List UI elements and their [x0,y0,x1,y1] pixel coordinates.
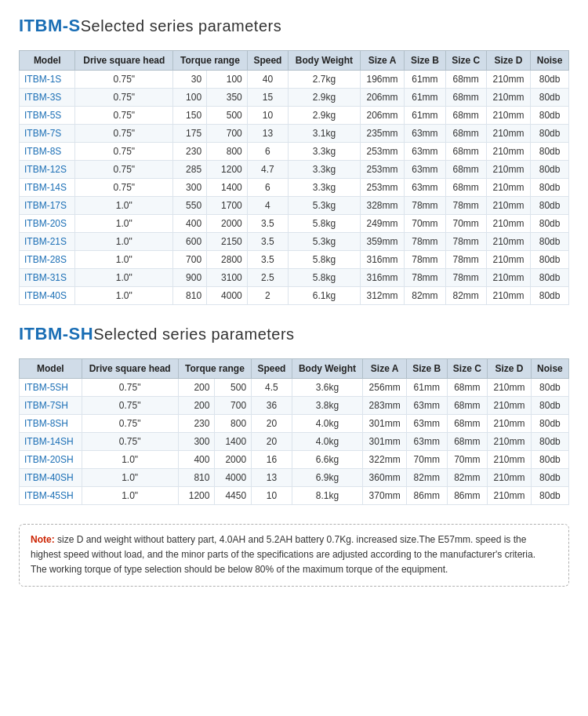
cell-torq2: 4000 [207,287,248,305]
cell-torq2: 700 [207,125,248,143]
cell-drive: 1.0" [82,451,178,469]
cell-sizeA: 196mm [360,71,405,89]
cell-sizeC: 68mm [447,433,488,451]
cell-weight: 3.6kg [292,379,363,397]
section-title-itbm-sh: ITBM-SHSelected series parameters [19,324,569,344]
cell-drive: 1.0" [75,197,173,215]
cell-sizeA: 253mm [360,143,405,161]
cell-sizeB: 61mm [405,71,445,89]
cell-weight: 6.9kg [292,469,363,487]
cell-torq1: 285 [173,161,207,179]
cell-speed: 2.5 [247,269,288,287]
cell-weight: 5.3kg [289,197,361,215]
cell-speed: 13 [247,125,288,143]
cell-speed: 15 [247,89,288,107]
col-header-2: Torque range [178,359,251,379]
cell-sizeC: 70mm [447,451,488,469]
col-header-6: Size B [407,359,448,379]
cell-drive: 0.75" [75,71,173,89]
cell-drive: 0.75" [75,179,173,197]
cell-model: ITBM-7SH [20,397,82,415]
col-header-4: Body Weight [292,359,363,379]
cell-noise: 80db [531,287,569,305]
cell-sizeA: 328mm [360,197,405,215]
cell-drive: 0.75" [75,89,173,107]
cell-sizeC: 78mm [445,269,486,287]
cell-drive: 0.75" [75,143,173,161]
title-normal-itbm-sh: Selected series parameters [93,325,294,343]
table-row: ITBM-8S0.75"23080063.3kg253mm63mm68mm210… [20,143,569,161]
cell-sizeD: 210mm [486,251,531,269]
cell-sizeB: 63mm [407,433,448,451]
cell-drive: 1.0" [75,251,173,269]
cell-sizeA: 312mm [360,287,405,305]
col-header-9: Noise [531,51,569,71]
col-header-7: Size C [447,359,488,379]
cell-sizeA: 322mm [363,451,407,469]
cell-torq1: 230 [178,415,215,433]
cell-sizeB: 70mm [405,215,445,233]
cell-drive: 0.75" [82,433,178,451]
cell-weight: 5.8kg [289,215,361,233]
table-header-row: ModelDrive square headTorque rangeSpeedB… [20,51,569,71]
title-bold-itbm-s: ITBM-S [19,16,81,35]
cell-model: ITBM-5SH [20,379,82,397]
cell-sizeC: 68mm [445,71,486,89]
cell-model: ITBM-21S [20,233,75,251]
cell-sizeA: 235mm [360,125,405,143]
cell-model: ITBM-28S [20,251,75,269]
cell-model: ITBM-8SH [20,415,82,433]
cell-sizeA: 206mm [360,107,405,125]
cell-sizeB: 78mm [405,251,445,269]
cell-weight: 3.1kg [289,125,361,143]
cell-speed: 4.7 [247,161,288,179]
cell-weight: 8.1kg [292,487,363,505]
cell-sizeD: 210mm [486,233,531,251]
cell-torq1: 150 [173,107,207,125]
cell-sizeC: 86mm [447,487,488,505]
cell-model: ITBM-17S [20,197,75,215]
cell-noise: 80db [531,487,568,505]
cell-sizeB: 61mm [405,89,445,107]
col-header-1: Drive square head [82,359,178,379]
title-normal-itbm-s: Selected series parameters [81,17,281,35]
cell-torq2: 1200 [207,161,248,179]
cell-sizeC: 68mm [445,161,486,179]
cell-torq2: 2000 [215,451,252,469]
cell-drive: 1.0" [82,469,178,487]
cell-speed: 40 [247,71,288,89]
table-row: ITBM-7SH0.75"200700363.8kg283mm63mm68mm2… [20,397,569,415]
cell-speed: 13 [252,469,292,487]
col-header-3: Speed [247,51,288,71]
table-row: ITBM-31S1.0"90031002.55.8kg316mm78mm78mm… [20,269,569,287]
cell-sizeD: 210mm [488,379,532,397]
cell-speed: 20 [252,433,292,451]
cell-drive: 0.75" [75,107,173,125]
cell-sizeD: 210mm [488,415,532,433]
cell-sizeA: 249mm [360,215,405,233]
cell-torq2: 4450 [215,487,252,505]
cell-speed: 20 [252,415,292,433]
cell-torq2: 3100 [207,269,248,287]
cell-weight: 5.8kg [289,251,361,269]
cell-torq1: 700 [173,251,207,269]
cell-sizeC: 82mm [447,469,488,487]
cell-sizeD: 210mm [488,397,532,415]
cell-sizeA: 253mm [360,179,405,197]
cell-torq2: 2000 [207,215,248,233]
cell-torq1: 550 [173,197,207,215]
col-header-3: Speed [252,359,292,379]
cell-sizeB: 78mm [405,269,445,287]
cell-torq1: 200 [178,397,215,415]
cell-noise: 80db [531,233,569,251]
cell-torq1: 810 [173,287,207,305]
cell-model: ITBM-8S [20,143,75,161]
cell-weight: 3.3kg [289,161,361,179]
cell-sizeA: 253mm [360,161,405,179]
cell-sizeA: 359mm [360,233,405,251]
cell-sizeB: 70mm [407,451,448,469]
col-header-2: Torque range [173,51,248,71]
cell-sizeB: 82mm [405,287,445,305]
col-header-0: Model [20,359,82,379]
cell-model: ITBM-12S [20,161,75,179]
